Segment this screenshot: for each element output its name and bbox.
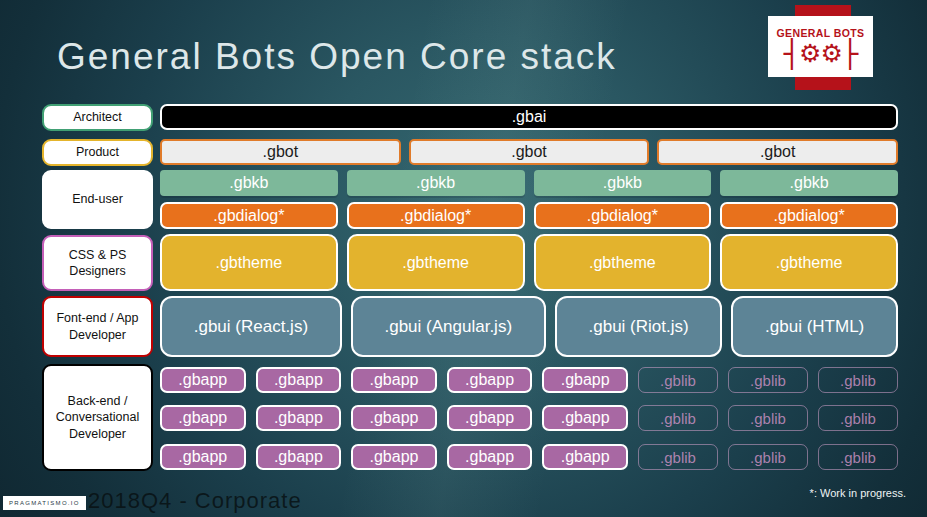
- gbapp-box: .gbapp: [256, 367, 342, 393]
- slide: General Bots Open Core stack GENERAL BOT…: [0, 0, 927, 517]
- logo-gears: ┤ ⚙ ⚙ ├: [784, 40, 857, 67]
- logo-right-bar: ├: [842, 40, 857, 67]
- page-title: General Bots Open Core stack: [57, 36, 617, 78]
- logo-left-bar: ┤: [784, 40, 799, 67]
- gblib-box: .gblib: [818, 367, 898, 393]
- role-label-product: Product: [42, 139, 153, 166]
- gbtheme-box: .gbtheme: [160, 234, 338, 291]
- gbapp-box: .gbapp: [447, 444, 533, 470]
- gbkb-box: .gbkb: [160, 170, 338, 196]
- gbkb-row: .gbkb.gbkb.gbkb.gbkb: [160, 170, 898, 196]
- gbdialog-box: .gbdialog*: [720, 202, 898, 229]
- gbdialog-box: .gbdialog*: [347, 202, 525, 229]
- role-label-css-ps-designers: CSS & PS Designers: [42, 235, 153, 291]
- gbdialog-box: .gbdialog*: [160, 202, 338, 229]
- gbai-box: .gbai: [160, 104, 898, 130]
- gblib-box: .gblib: [638, 405, 718, 431]
- gbtheme-row: .gbtheme.gbtheme.gbtheme.gbtheme: [160, 234, 898, 291]
- gblib-box: .gblib: [728, 444, 808, 470]
- gbapp-box: .gbapp: [447, 367, 533, 393]
- general-bots-logo: GENERAL BOTS ┤ ⚙ ⚙ ├: [768, 16, 873, 77]
- gbui-box: .gbui (Angular.js): [351, 296, 546, 357]
- gblib-box: .gblib: [818, 405, 898, 431]
- pragmatismo-brand-badge: PRAGMATISMO.IO: [3, 496, 86, 510]
- slide-footer: 2018Q4 - Corporate: [88, 488, 302, 514]
- gbtheme-box: .gbtheme: [347, 234, 525, 291]
- gbapp-box: .gbapp: [160, 405, 246, 431]
- gbapp-box: .gbapp: [256, 405, 342, 431]
- gbdialog-box: .gbdialog*: [534, 202, 712, 229]
- gbui-box: .gbui (HTML): [731, 296, 898, 357]
- gbapp-box: .gbapp: [542, 405, 628, 431]
- gbapp-box: .gbapp: [351, 405, 437, 431]
- backend-row-1: .gbapp.gbapp.gbapp.gbapp.gbapp.gblib.gbl…: [160, 367, 898, 393]
- gear-icon: ⚙: [799, 41, 820, 66]
- gbapp-box: .gbapp: [351, 444, 437, 470]
- gbdialog-row: .gbdialog*.gbdialog*.gbdialog*.gbdialog*: [160, 202, 898, 229]
- gbot-box: .gbot: [409, 139, 650, 165]
- gbapp-box: .gbapp: [160, 444, 246, 470]
- role-label-backend-conversational-developer: Back-end / Conversational Developer: [42, 364, 153, 471]
- gbot-box: .gbot: [160, 139, 401, 165]
- gbapp-box: .gbapp: [447, 405, 533, 431]
- gbui-box: .gbui (Riot.js): [555, 296, 723, 357]
- gbkb-box: .gbkb: [347, 170, 525, 196]
- gblib-box: .gblib: [638, 367, 718, 393]
- backend-row-2: .gbapp.gbapp.gbapp.gbapp.gbapp.gblib.gbl…: [160, 405, 898, 431]
- role-label-architect: Architect: [42, 104, 153, 131]
- gbot-box: .gbot: [657, 139, 898, 165]
- gbapp-box: .gbapp: [351, 367, 437, 393]
- gbai-row: .gbai: [160, 104, 898, 130]
- backend-row-3: .gbapp.gbapp.gbapp.gbapp.gbapp.gblib.gbl…: [160, 444, 898, 470]
- gbtheme-box: .gbtheme: [534, 234, 712, 291]
- gbot-row: .gbot.gbot.gbot: [160, 139, 898, 165]
- gbui-box: .gbui (React.js): [160, 296, 342, 357]
- gbapp-box: .gbapp: [160, 367, 246, 393]
- gbapp-box: .gbapp: [256, 444, 342, 470]
- role-label-frontend-app-developer: Font-end / App Developer: [42, 296, 153, 357]
- gbapp-box: .gbapp: [542, 367, 628, 393]
- gbkb-box: .gbkb: [720, 170, 898, 196]
- gblib-box: .gblib: [728, 367, 808, 393]
- gbtheme-box: .gbtheme: [720, 234, 898, 291]
- gblib-box: .gblib: [728, 405, 808, 431]
- gblib-box: .gblib: [818, 444, 898, 470]
- role-label-end-user: End-user: [42, 170, 153, 229]
- gbui-row: .gbui (React.js).gbui (Angular.js).gbui …: [160, 296, 898, 357]
- work-in-progress-footnote: *: Work in progress.: [810, 487, 906, 499]
- logo-wordmark: GENERAL BOTS: [776, 27, 864, 39]
- gear-icon: ⚙: [821, 41, 842, 66]
- gbapp-box: .gbapp: [542, 444, 628, 470]
- gblib-box: .gblib: [638, 444, 718, 470]
- gbkb-box: .gbkb: [534, 170, 712, 196]
